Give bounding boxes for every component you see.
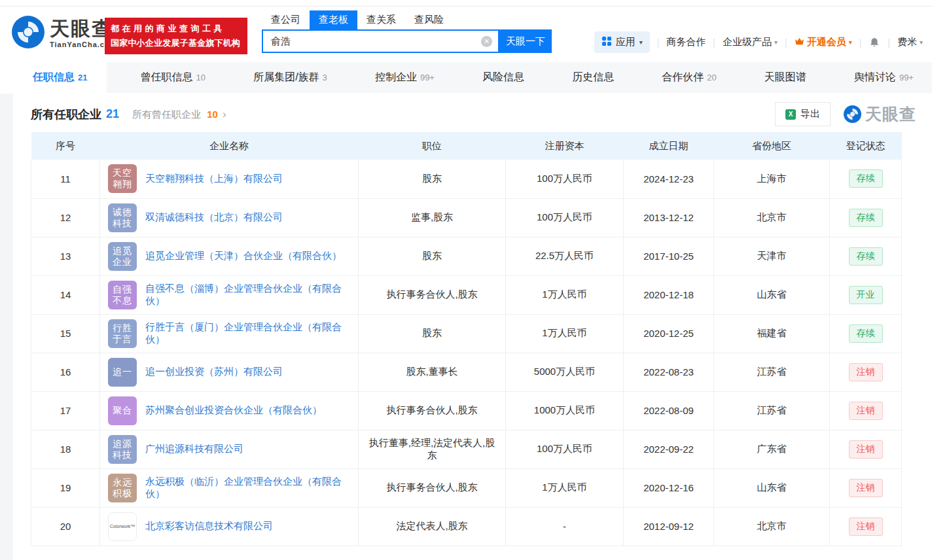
nav-tab[interactable]: 控制企业99+ bbox=[361, 62, 449, 93]
company-name-link[interactable]: 广州追源科技有限公司 bbox=[145, 443, 243, 455]
column-header: 职位 bbox=[359, 132, 506, 160]
nav-tab[interactable]: 合作伙伴20 bbox=[647, 62, 730, 93]
page-left-gutter bbox=[0, 94, 13, 560]
watermark-logo-icon bbox=[844, 105, 861, 123]
menu-divider: | bbox=[785, 37, 787, 48]
region-cell: 江苏省 bbox=[714, 391, 830, 430]
region-cell: 上海市 bbox=[714, 160, 830, 198]
nav-tab[interactable]: 所属集团/族群3 bbox=[239, 62, 342, 93]
company-name-link[interactable]: 苏州聚合创业投资合伙企业（有限合伙） bbox=[145, 404, 322, 417]
status-cell: 存续 bbox=[830, 160, 902, 198]
nav-tab-count: 20 bbox=[707, 73, 716, 82]
table-row: 16追一追一创业投资（苏州）有限公司股东,董事长5000万人民币2022-08-… bbox=[31, 353, 902, 391]
company-name-link[interactable]: 追一创业投资（苏州）有限公司 bbox=[145, 366, 283, 378]
search-button[interactable]: 天眼一下 bbox=[499, 29, 552, 53]
status-cell: 存续 bbox=[830, 314, 902, 353]
promo-banner-line1: 都在用的商业查询工具 bbox=[111, 22, 242, 36]
date-cell: 2024-12-23 bbox=[624, 160, 714, 198]
table-row: 19永远积极永远积极（临沂）企业管理合伙企业（有限合伙）执行事务合伙人,股东1万… bbox=[31, 468, 902, 507]
company-logo-text: 科技 bbox=[113, 218, 132, 229]
former-companies-link[interactable]: 所有曾任职企业 10 › bbox=[132, 108, 226, 121]
date-cell: 2017-10-25 bbox=[624, 237, 714, 275]
company-logo-text: 追觅 bbox=[113, 245, 132, 256]
search-tab-查公司[interactable]: 查公司 bbox=[262, 10, 310, 29]
nav-tab[interactable]: 风险信息 bbox=[468, 62, 539, 93]
company-name-link[interactable]: 天空翱翔科技（上海）有限公司 bbox=[145, 173, 283, 185]
company-name-link[interactable]: 行胜于言（厦门）企业管理合伙企业（有限合伙） bbox=[145, 321, 351, 346]
menu-item-business[interactable]: 商务合作 bbox=[666, 36, 706, 48]
nav-tab-label: 天眼图谱 bbox=[764, 71, 806, 84]
tianyancha-logo[interactable]: 天眼查 TianYanCha.com bbox=[12, 16, 116, 51]
search-tab-查关系[interactable]: 查关系 bbox=[357, 10, 405, 29]
company-cell-content: 聚合苏州聚合创业投资合伙企业（有限合伙） bbox=[107, 396, 351, 425]
date-cell: 2012-09-12 bbox=[624, 507, 714, 546]
company-name-link[interactable]: 自强不息（淄博）企业管理合伙企业（有限合伙） bbox=[145, 283, 351, 307]
nav-tab-count: 99+ bbox=[420, 73, 435, 82]
nav-tab-label: 控制企业 bbox=[375, 71, 417, 84]
capital-cell: 1万人民币 bbox=[506, 468, 624, 507]
capital-cell: 1000万人民币 bbox=[506, 391, 624, 430]
former-companies-label: 所有曾任职企业 bbox=[132, 109, 201, 120]
company-name-link[interactable]: 追觅企业管理（天津）合伙企业（有限合伙） bbox=[145, 250, 342, 262]
search-input[interactable] bbox=[263, 36, 481, 47]
region-cell: 广东省 bbox=[714, 430, 830, 468]
company-logo-icon: 聚合 bbox=[108, 396, 137, 425]
user-menu[interactable]: 费米 ▾ bbox=[897, 36, 923, 48]
company-logo-text: 聚合 bbox=[113, 405, 132, 416]
status-badge: 注销 bbox=[849, 363, 883, 381]
capital-cell: 1万人民币 bbox=[506, 314, 624, 353]
company-cell-content: 行胜于言行胜于言（厦门）企业管理合伙企业（有限合伙） bbox=[107, 319, 351, 348]
search-tabs: 查公司查老板查关系查风险 bbox=[262, 10, 552, 29]
nav-tab-label: 风险信息 bbox=[482, 71, 524, 84]
company-logo-icon: 追觅企业 bbox=[108, 242, 137, 271]
region-cell: 山东省 bbox=[714, 275, 830, 314]
nav-tab[interactable]: 天眼图谱 bbox=[750, 62, 821, 93]
nav-tab-count: 10 bbox=[196, 73, 206, 82]
capital-cell: 100万人民币 bbox=[506, 430, 624, 468]
export-button[interactable]: X 导出 bbox=[775, 102, 831, 126]
export-button-label: 导出 bbox=[800, 108, 820, 120]
column-header: 省份地区 bbox=[714, 132, 830, 160]
section-title-count: 21 bbox=[106, 107, 119, 121]
nav-tab[interactable]: 舆情讨论99+ bbox=[840, 62, 928, 93]
positions-table: 序号企业名称职位注册资本成立日期省份地区登记状态 11天空翱翔天空翱翔科技（上海… bbox=[31, 132, 902, 546]
search-tab-查风险[interactable]: 查风险 bbox=[405, 10, 453, 29]
menu-item-vip[interactable]: 开通会员 ▾ bbox=[795, 36, 852, 48]
company-name-link[interactable]: 永远积极（临沂）企业管理合伙企业（有限合伙） bbox=[145, 476, 351, 500]
notification-bell-icon[interactable] bbox=[869, 37, 880, 48]
company-cell-content: 追觅企业追觅企业管理（天津）合伙企业（有限合伙） bbox=[107, 242, 351, 271]
position-cell: 股东 bbox=[359, 237, 506, 275]
menu-item-enterprise[interactable]: 企业级产品 ▾ bbox=[723, 36, 778, 48]
section-header: 所有任职企业 21 所有曾任职企业 10 › X 导出 天眼查 bbox=[13, 93, 932, 127]
nav-tab[interactable]: 历史信息 bbox=[558, 62, 628, 93]
company-name-link[interactable]: 双清诚德科技（北京）有限公司 bbox=[145, 211, 283, 224]
nav-tab[interactable]: 任职信息21 bbox=[13, 62, 107, 93]
clear-search-icon[interactable]: ✕ bbox=[481, 36, 492, 47]
status-badge: 注销 bbox=[849, 517, 883, 536]
date-cell: 2022-09-22 bbox=[624, 430, 714, 468]
position-cell: 法定代表人,股东 bbox=[359, 507, 506, 546]
status-badge: 存续 bbox=[849, 169, 883, 188]
apps-menu-button[interactable]: 应用 ▾ bbox=[594, 31, 650, 53]
company-logo-icon: 永远积极 bbox=[108, 474, 137, 502]
capital-cell: 100万人民币 bbox=[506, 160, 624, 198]
company-cell-content: 诚德科技双清诚德科技（北京）有限公司 bbox=[107, 203, 351, 232]
search-tab-查老板[interactable]: 查老板 bbox=[310, 10, 357, 29]
nav-tab[interactable]: 曾任职信息10 bbox=[126, 62, 220, 93]
menu-item-vip-label: 开通会员 bbox=[807, 36, 846, 48]
company-name-link[interactable]: 北京彩客访信息技术有限公司 bbox=[145, 520, 273, 533]
company-cell: 自强不息自强不息（淄博）企业管理合伙企业（有限合伙） bbox=[100, 275, 359, 314]
capital-cell: 100万人民币 bbox=[506, 198, 624, 237]
company-cell: 追一追一创业投资（苏州）有限公司 bbox=[100, 353, 359, 391]
crown-icon bbox=[795, 37, 804, 48]
row-number: 18 bbox=[31, 430, 100, 468]
company-cell-content: 追一追一创业投资（苏州）有限公司 bbox=[107, 358, 351, 387]
row-number: 17 bbox=[31, 391, 100, 430]
company-logo-text: 于言 bbox=[113, 334, 132, 345]
position-cell: 执行事务合伙人,股东 bbox=[359, 391, 506, 430]
status-cell: 注销 bbox=[830, 430, 902, 468]
nav-tab-label: 曾任职信息 bbox=[141, 71, 193, 84]
table-row: 13追觅企业追觅企业管理（天津）合伙企业（有限合伙）股东22.5万人民币2017… bbox=[31, 237, 902, 275]
company-cell-content: Colorwork™北京彩客访信息技术有限公司 bbox=[107, 512, 351, 541]
menu-divider: | bbox=[713, 37, 715, 48]
